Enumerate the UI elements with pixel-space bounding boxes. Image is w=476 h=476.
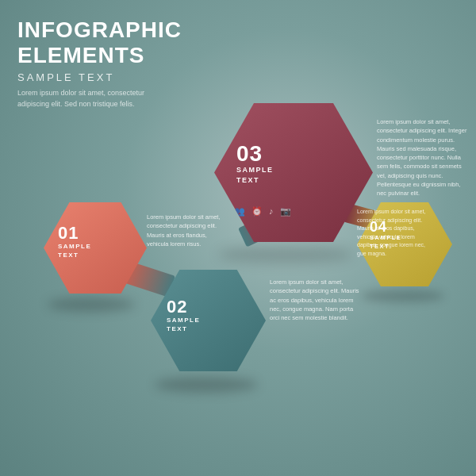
hex4-info: Lorem ipsum dolor sit amet, consectetur … [357,208,428,258]
subtitle: SAMPLE TEXT [17,71,182,83]
header: INFOGRAPHIC ELEMENTS SAMPLE TEXT Lorem i… [17,17,182,109]
people-icon: 👥 [234,206,245,217]
music-icon: ♪ [269,206,274,217]
hex3-info: Lorem ipsum dolor sit amet, consectetur … [377,117,468,198]
hex1-number: 01 [58,225,91,242]
hex4-shadow [361,290,444,302]
title: INFOGRAPHIC ELEMENTS [17,17,182,68]
camera-icon: 📷 [280,206,291,217]
hex1-shadow [48,298,135,312]
hex2-shadow [155,377,258,393]
clock-icon: ⏰ [251,206,263,217]
hex3-label: SAMPLE TEXT [236,165,274,185]
hex1-info: Lorem ipsum dolor sit amet, consectetur … [147,213,226,248]
hex3-icons: 👥 ⏰ ♪ 📷 [234,206,291,217]
hex3-shadow [218,246,353,263]
hex2-label: SAMPLE TEXT [167,316,200,333]
hex2-info: Lorem ipsum dolor sit amet, consectetur … [270,278,361,322]
background: INFOGRAPHIC ELEMENTS SAMPLE TEXT Lorem i… [0,0,476,476]
description: Lorem ipsum dolor sit amet, consectetur … [17,88,176,109]
hex1-label: SAMPLE TEXT [58,242,91,259]
hex2-number: 02 [167,298,200,316]
hex3-number: 03 [236,143,274,165]
